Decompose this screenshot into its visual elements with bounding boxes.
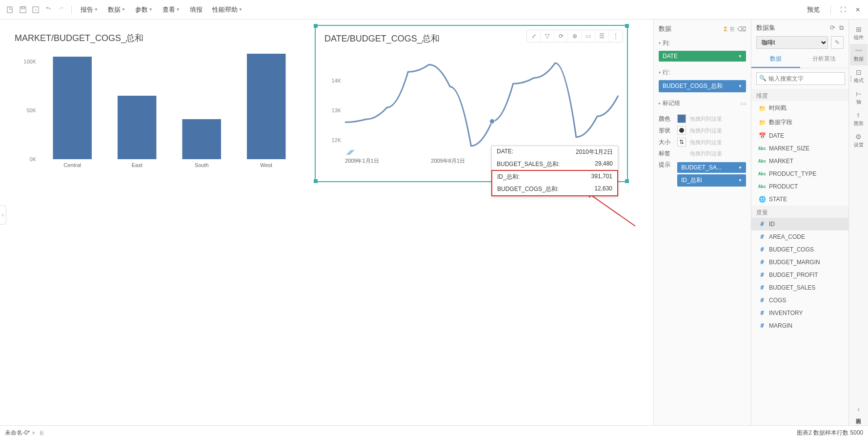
svg-rect-1 [20, 7, 26, 13]
side-数据[interactable]: 〰数据 [850, 44, 868, 65]
dimension-header: 维度 [751, 89, 848, 101]
tab-analysis[interactable]: 分析算法 [800, 51, 849, 68]
menu-params[interactable]: 参数▼ [131, 3, 157, 16]
menu-fill[interactable]: 填报 [186, 3, 206, 16]
svg-rect-12 [182, 119, 222, 159]
document-tab[interactable]: 未命名-0*× [5, 429, 35, 437]
measure-header: 度量 [751, 206, 848, 218]
clear-icon[interactable]: ⌫ [737, 25, 746, 33]
svg-text:2009年1月1日: 2009年1月1日 [345, 158, 379, 164]
color-swatch[interactable] [677, 114, 686, 123]
tool-rotate-icon[interactable]: ⟳ [554, 30, 568, 42]
search-input[interactable] [756, 72, 845, 85]
menu-perf[interactable]: 性能帮助▼ [208, 3, 246, 16]
dim-item[interactable]: AbcMARKET [751, 155, 848, 168]
svg-text:0K: 0K [30, 156, 37, 162]
switch-icon: ‹ [857, 405, 860, 413]
toolbar: * 报告▼ 数据▼ 参数▼ 查看▼ 填报 性能帮助▼ 预览 ⛶ ✕ [0, 0, 868, 20]
svg-text:50K: 50K [26, 107, 36, 113]
search-icon: 🔍 [759, 75, 767, 82]
status-bar: 未命名-0*× ⎘ 图表2 数据样本行数 5000 [0, 425, 868, 440]
sigma-icon[interactable]: Σ [724, 25, 727, 33]
add-col-icon[interactable]: ⎘ [730, 25, 734, 33]
dim-item[interactable]: AbcPRODUCT [751, 180, 848, 193]
tip-pill-sales[interactable]: BUDGET_SA...▼ [677, 162, 746, 173]
svg-text:14K: 14K [331, 78, 341, 84]
side-switch-chart[interactable]: ‹ 切换图表 [850, 399, 868, 420]
chart1-title: MARKET/BUDGET_COGS_总和 [6, 25, 308, 47]
measure-item[interactable]: #AREA_CODE [751, 230, 848, 243]
side-轴[interactable]: ⊢轴 [850, 87, 868, 108]
preview-button[interactable]: 预览 [803, 3, 824, 16]
dataset-title: 数据集 [756, 23, 775, 32]
svg-text:12K: 12K [331, 137, 341, 143]
measure-item[interactable]: #BUDGET_COGS [751, 243, 848, 256]
tip-pill-id[interactable]: ID_总和▼ [677, 174, 746, 187]
dim-item[interactable]: 📁数据字段 [751, 115, 848, 129]
measure-item[interactable]: #MARGIN [751, 319, 848, 332]
close-tab-icon[interactable]: × [32, 430, 35, 437]
tool-select-icon[interactable]: ▭ [582, 30, 595, 42]
tool-list-icon[interactable]: ☰ [595, 30, 609, 42]
search-more-icon[interactable]: ⋮ [848, 75, 854, 82]
svg-rect-8 [53, 57, 92, 159]
config-panel: 数据 Σ ⎘ ⌫ ▾列: DATE▼ ▾行: BUDGET_COGS_总和▼ ▸… [653, 20, 751, 425]
dim-item[interactable]: AbcMARKET_SIZE [751, 142, 848, 155]
fullscreen-icon[interactable]: ⛶ [838, 4, 848, 15]
column-pill-date[interactable]: DATE▼ [659, 51, 746, 62]
svg-text:100K: 100K [23, 59, 36, 64]
svg-text:2009年8月1日: 2009年8月1日 [431, 158, 465, 164]
shape-swatch[interactable] [677, 126, 686, 135]
side-组件[interactable]: ⊞组件 [850, 22, 868, 44]
tool-filter-icon[interactable]: ▽ [541, 30, 554, 42]
svg-rect-14 [247, 54, 286, 159]
size-swatch[interactable]: ⇅ [677, 138, 686, 147]
columns-section[interactable]: ▾列: [659, 37, 746, 49]
measure-item[interactable]: #BUDGET_PROFIT [751, 269, 848, 281]
status-info: 图表2 数据样本行数 5000 [797, 429, 863, 437]
measure-item[interactable]: #COGS [751, 294, 848, 307]
dim-item[interactable]: 📁时间戳 [751, 101, 848, 115]
link-icon[interactable]: ⧉ [839, 24, 844, 32]
markgroup-section[interactable]: ▸标记组▭ [659, 97, 746, 109]
dim-item[interactable]: AbcPRODUCT_TYPE [751, 168, 848, 180]
svg-text:Central: Central [64, 162, 81, 168]
side-设置[interactable]: ⚙设置 [850, 130, 868, 151]
chart-tooltip: DATE:2010年1月2日 BUDGET_SALES_总和:29,480 ID… [491, 146, 618, 196]
measure-item[interactable]: #BUDGET_SALES [751, 281, 848, 294]
undo-icon[interactable] [43, 4, 54, 15]
menu-view[interactable]: 查看▼ [159, 3, 184, 16]
save-icon[interactable] [18, 4, 28, 15]
saveas-icon[interactable]: * [30, 4, 41, 15]
add-tab-icon[interactable]: ⎘ [40, 430, 43, 437]
svg-point-22 [490, 119, 495, 124]
measure-item[interactable]: #BUDGET_MARGIN [751, 256, 848, 269]
dim-item[interactable]: 🌐STATE [751, 193, 848, 206]
measure-item[interactable]: #INVENTORY [751, 307, 848, 319]
tool-maximize-icon[interactable]: ⤢ [527, 30, 541, 42]
chart-market[interactable]: MARKET/BUDGET_COGS_总和 0K50K100KCentralEa… [6, 25, 308, 182]
expand-handle[interactable]: › [0, 205, 6, 225]
menu-report[interactable]: 报告▼ [77, 3, 102, 16]
svg-text:13K: 13K [331, 107, 341, 113]
side-图形[interactable]: ⫯图形 [850, 108, 868, 130]
config-title: 数据 [659, 24, 671, 33]
measure-item[interactable]: #ID [751, 218, 848, 230]
tool-more-icon[interactable]: ⋮ [609, 30, 623, 42]
svg-text:East: East [132, 162, 142, 168]
tool-zoom-icon[interactable]: ⊕ [568, 30, 582, 42]
redo-icon[interactable] [56, 4, 66, 15]
refresh-icon[interactable]: ⟳ [830, 24, 835, 32]
edit-dataset-icon[interactable]: ✎ [831, 36, 844, 49]
rows-section[interactable]: ▾行: [659, 66, 746, 79]
svg-rect-10 [118, 96, 157, 159]
new-icon[interactable] [5, 4, 16, 15]
menu-data[interactable]: 数据▼ [104, 3, 129, 16]
canvas: › MARKET/BUDGET_COGS_总和 0K50K100KCentral… [0, 20, 653, 425]
dim-item[interactable]: 📅DATE [751, 129, 848, 142]
tab-data[interactable]: 数据 [751, 51, 800, 68]
dataset-select[interactable]: 咖啡t [756, 36, 828, 49]
close-icon[interactable]: ✕ [852, 4, 863, 15]
row-pill-budget[interactable]: BUDGET_COGS_总和▼ [659, 80, 746, 92]
chart-date[interactable]: ⤢ ▽ ⟳ ⊕ ▭ ☰ ⋮ DATE/BUDGET_COGS_总和 12K13K… [315, 25, 627, 182]
